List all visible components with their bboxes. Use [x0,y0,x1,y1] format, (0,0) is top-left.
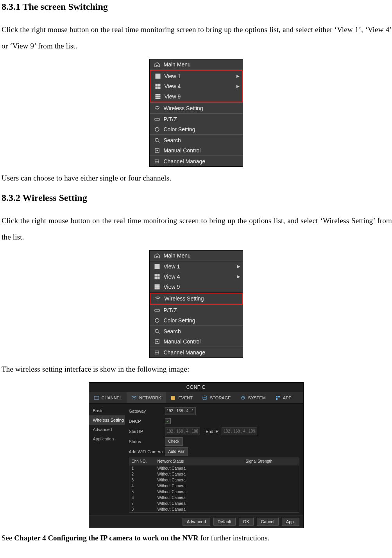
event-tab-icon [170,395,176,401]
tab-storage[interactable]: STORAGE [197,392,236,403]
svg-marker-19 [157,150,158,151]
tab-system[interactable]: SYSTEM [236,392,270,403]
tab-network[interactable]: NETWORK [127,392,166,403]
search-icon [154,328,161,335]
svg-rect-7 [159,94,160,95]
app-button[interactable]: App. [282,518,299,526]
cancel-button[interactable]: Cancel [257,518,279,526]
default-button[interactable]: Default [213,518,236,526]
manual-icon [154,147,161,154]
svg-rect-5 [156,94,157,95]
table-row[interactable]: 3Without Camera [129,477,299,483]
td-net: Without Camera [155,484,243,488]
tab-label: NETWORK [139,395,161,400]
tab-label: SYSTEM [248,395,266,400]
menu-item-manual[interactable]: Manual Control [150,145,243,156]
menu-item-channel-manage[interactable]: Channel Manage [150,347,243,358]
status-label: Status [129,439,165,444]
menu-item-color[interactable]: Color Setting [150,315,243,326]
svg-rect-41 [171,396,175,400]
side-item-advanced[interactable]: Advanced [89,425,125,434]
table-row[interactable]: 7Without Camera [129,501,299,506]
td-chn: 1 [129,466,155,470]
ok-button[interactable]: OK [239,518,254,526]
tab-app[interactable]: APP [270,392,296,403]
dhcp-label: DHCP [129,419,165,424]
td-net: Without Camera [155,472,243,476]
paragraph-832b: The wireless setting interface is show i… [0,363,392,375]
config-footer: Advanced Default OK Cancel App. [89,515,303,528]
svg-rect-13 [159,98,160,99]
menu-label: View 9 [164,284,240,290]
view9-icon [154,283,161,290]
tab-channel[interactable]: CHANNEL [89,392,127,403]
menu-item-wireless[interactable]: Wireless Setting [150,103,243,113]
menu-item-main-menu[interactable]: Main Menu [150,250,243,261]
menu-item-view9[interactable]: View 9 [150,282,243,292]
menu-item-view4[interactable]: View 4 ▶ [150,81,242,91]
paragraph-see: See Chapter 4 Configuring the IP camera … [0,534,392,542]
menu-item-ptz[interactable]: P/T/Z [150,114,243,124]
table-row[interactable]: 4Without Camera [129,483,299,489]
td-net: Without Camera [155,501,243,506]
menu-item-color[interactable]: Color Setting [150,124,243,134]
svg-rect-8 [156,96,157,97]
svg-rect-34 [155,309,159,311]
network-tab-icon [131,395,137,401]
menu-item-manual[interactable]: Manual Control [150,336,243,347]
app-tab-icon [275,395,281,401]
config-title: CONFIG [89,383,303,392]
config-main: Gateway 192 . 168 . 4 . 1 DHCP ✓ Start I… [125,404,303,515]
home-icon [154,61,161,68]
view4-icon [154,83,161,90]
table-row[interactable]: 8Without Camera [129,506,299,512]
color-icon [154,126,161,133]
svg-point-35 [155,318,159,322]
menu-label: Main Menu [164,252,240,259]
startip-input[interactable]: 192 . 168 . 4 . 100 [165,427,200,435]
table-row[interactable]: 1Without Camera [129,465,299,471]
side-item-basic[interactable]: Basic [89,406,125,415]
svg-rect-29 [156,286,158,287]
td-chn: 2 [129,472,155,476]
svg-rect-11 [156,98,157,99]
table-row[interactable]: 6Without Camera [129,495,299,501]
menu-item-view4[interactable]: View 4 ▶ [150,272,243,282]
menu-item-channel-manage[interactable]: Channel Manage [150,156,243,166]
tab-label: STORAGE [210,395,231,400]
see-bold: Chapter 4 Configuring the IP camera to w… [14,534,198,542]
dhcp-checkbox[interactable]: ✓ [165,418,171,424]
wifi-icon [154,105,161,112]
tab-event[interactable]: EVENT [166,392,197,403]
check-button[interactable]: Check [165,437,183,446]
menu-item-search[interactable]: Search [150,135,243,145]
menu-label: Manual Control [164,147,240,154]
autopair-button[interactable]: Auto-Pair [165,447,188,456]
svg-rect-3 [156,87,158,89]
heading-8-3-1: 8.3.1 The screen Switching [0,2,392,12]
view1-icon [154,263,161,270]
svg-rect-46 [278,396,280,397]
menu-item-search[interactable]: Search [150,326,243,336]
menu-item-view1[interactable]: View 1 ▶ [150,261,243,272]
menu-item-view9[interactable]: View 9 [150,91,242,102]
advanced-button[interactable]: Advanced [183,518,210,526]
table-row[interactable]: 2Without Camera [129,471,299,477]
menu-item-wireless[interactable]: Wireless Setting [150,293,242,304]
menu-item-view1[interactable]: View 1 ▶ [150,71,242,81]
svg-rect-33 [158,288,159,289]
menu-label: Color Setting [164,317,240,324]
side-item-wireless[interactable]: Wireless Setting [89,415,125,425]
gateway-input[interactable]: 192 . 168 . 4 . 1 [165,407,196,415]
config-tabs: CHANNEL NETWORK EVENT STORAGE SYSTEM [89,392,303,404]
endip-input[interactable]: 192 . 168 . 4 . 199 [222,427,257,435]
endip-label: End IP [206,429,218,434]
menu-item-ptz[interactable]: P/T/Z [150,305,243,315]
addwifi-label: Add WiFi Camera [129,449,165,454]
svg-rect-1 [156,84,158,86]
side-item-application[interactable]: Application [89,434,125,444]
td-net: Without Camera [155,478,243,482]
context-menu-2: Main Menu View 1 ▶ View 4 ▶ View 9 [149,250,243,358]
menu-item-main-menu[interactable]: Main Menu [150,59,243,70]
table-row[interactable]: 5Without Camera [129,489,299,495]
